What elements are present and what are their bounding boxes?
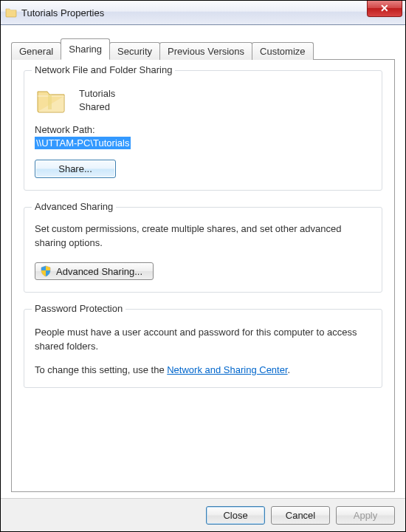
- share-button[interactable]: Share...: [35, 160, 116, 178]
- advanced-description: Set custom permissions, create multiple …: [35, 222, 371, 250]
- group-title-network: Network File and Folder Sharing: [32, 64, 175, 75]
- shared-item-row: Tutorials Shared: [36, 87, 371, 114]
- folder-icon: [5, 7, 17, 18]
- svg-rect-0: [48, 95, 52, 109]
- tab-strip: General Sharing Security Previous Versio…: [11, 38, 395, 59]
- network-path-value[interactable]: \\UTTAM-PC\Tutorials: [35, 137, 131, 149]
- dialog-button-bar: Close Cancel Apply: [1, 498, 405, 531]
- network-path-label: Network Path:: [35, 124, 371, 135]
- password-description: People must have a user account and pass…: [35, 326, 371, 354]
- close-button[interactable]: Close: [206, 506, 265, 525]
- network-sharing-center-link[interactable]: Network and Sharing Center: [167, 364, 287, 375]
- shared-item-status: Shared: [79, 100, 115, 114]
- tab-previous-versions[interactable]: Previous Versions: [159, 42, 252, 60]
- folder-large-icon: [36, 87, 66, 114]
- properties-window: Tutorials Properties ✕ General Sharing S…: [0, 0, 406, 532]
- apply-button[interactable]: Apply: [336, 506, 395, 525]
- window-title: Tutorials Properties: [21, 7, 104, 18]
- title-bar: Tutorials Properties ✕: [1, 1, 405, 25]
- shared-item-name: Tutorials: [79, 87, 115, 100]
- password-change-suffix: .: [288, 364, 291, 375]
- password-change-line: To change this setting, use the Network …: [35, 364, 371, 375]
- tab-sharing[interactable]: Sharing: [61, 38, 110, 60]
- tabs-container: General Sharing Security Previous Versio…: [1, 25, 405, 492]
- group-title-password: Password Protection: [32, 303, 125, 314]
- group-title-advanced: Advanced Sharing: [32, 201, 116, 212]
- close-window-button[interactable]: ✕: [367, 0, 402, 17]
- close-icon: ✕: [380, 3, 389, 13]
- group-network-sharing: Network File and Folder Sharing Tutorial…: [24, 70, 382, 191]
- shared-item-text: Tutorials Shared: [79, 87, 115, 114]
- cancel-button[interactable]: Cancel: [271, 506, 330, 525]
- group-advanced-sharing: Advanced Sharing Set custom permissions,…: [24, 207, 382, 293]
- password-change-prefix: To change this setting, use the: [35, 364, 167, 375]
- tab-security[interactable]: Security: [109, 42, 160, 60]
- shield-icon: [40, 265, 52, 277]
- tab-general[interactable]: General: [11, 42, 61, 60]
- tab-customize[interactable]: Customize: [252, 42, 313, 60]
- group-password-protection: Password Protection People must have a u…: [24, 309, 382, 388]
- advanced-sharing-button-label: Advanced Sharing...: [56, 266, 142, 277]
- advanced-sharing-button[interactable]: Advanced Sharing...: [35, 262, 154, 280]
- tab-panel-sharing: Network File and Folder Sharing Tutorial…: [11, 59, 395, 492]
